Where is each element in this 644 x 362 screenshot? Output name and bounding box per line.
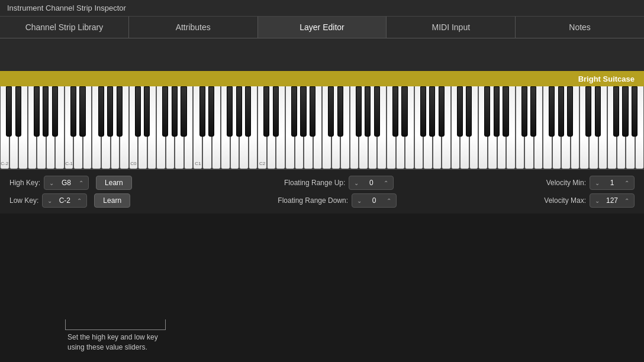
floating-range-up-stepper[interactable]: ⌄ 0 ⌃ bbox=[349, 176, 394, 190]
black-key[interactable] bbox=[172, 86, 178, 137]
title-bar: Instrument Channel Strip Inspector bbox=[0, 0, 644, 17]
black-key[interactable] bbox=[521, 86, 527, 137]
tab-bar: Channel Strip Library Attributes Layer E… bbox=[0, 17, 644, 38]
black-key[interactable] bbox=[503, 86, 508, 137]
black-key[interactable] bbox=[291, 86, 297, 137]
frd-down-arrow[interactable]: ⌄ bbox=[356, 198, 363, 204]
high-key-up-arrow[interactable]: ⌃ bbox=[78, 180, 85, 186]
piano: C-2C-1C0C1C2 bbox=[0, 86, 644, 169]
learn-high-button[interactable]: Learn bbox=[96, 176, 132, 190]
black-key[interactable] bbox=[15, 86, 21, 137]
black-key[interactable] bbox=[392, 86, 398, 137]
tab-attributes[interactable]: Attributes bbox=[129, 17, 258, 38]
fru-up-arrow[interactable]: ⌃ bbox=[382, 180, 389, 186]
learn-low-button[interactable]: Learn bbox=[94, 193, 130, 208]
black-key[interactable] bbox=[595, 86, 601, 137]
floating-range-up-value: 0 bbox=[362, 179, 380, 187]
black-key[interactable] bbox=[613, 86, 619, 137]
low-key-up-arrow[interactable]: ⌃ bbox=[76, 198, 83, 204]
low-key-value: C-2 bbox=[56, 196, 73, 205]
vel-min-down-arrow[interactable]: ⌄ bbox=[594, 180, 601, 186]
black-key[interactable] bbox=[494, 86, 500, 137]
black-key[interactable] bbox=[144, 86, 150, 137]
controls-row-1: High Key: ⌄ G8 ⌃ Learn Floating Range Up… bbox=[9, 176, 635, 190]
black-key[interactable] bbox=[273, 86, 279, 137]
black-key[interactable] bbox=[6, 86, 12, 137]
tooltip-bracket bbox=[65, 319, 166, 330]
low-key-group: Low Key: ⌄ C-2 ⌃ bbox=[9, 193, 87, 208]
black-key[interactable] bbox=[558, 86, 564, 137]
black-key[interactable] bbox=[466, 86, 472, 137]
fru-down-arrow[interactable]: ⌄ bbox=[353, 180, 360, 186]
black-key[interactable] bbox=[43, 86, 49, 137]
high-key-stepper[interactable]: ⌄ G8 ⌃ bbox=[44, 176, 89, 190]
black-key[interactable] bbox=[245, 86, 251, 137]
high-key-group: High Key: ⌄ G8 ⌃ bbox=[9, 176, 89, 190]
black-key[interactable] bbox=[374, 86, 380, 137]
black-key[interactable] bbox=[401, 86, 407, 137]
velocity-min-stepper[interactable]: ⌄ 1 ⌃ bbox=[590, 176, 635, 190]
black-key[interactable] bbox=[429, 86, 435, 137]
tooltip-text: Set the high key and low keyusing these … bbox=[67, 332, 166, 353]
low-key-down-arrow[interactable]: ⌄ bbox=[46, 198, 53, 204]
velocity-min-value: 1 bbox=[603, 179, 621, 187]
white-keys[interactable]: C-2C-1C0C1C2 bbox=[0, 86, 644, 169]
controls-area: High Key: ⌄ G8 ⌃ Learn Floating Range Up… bbox=[0, 169, 644, 214]
floating-range-down-label: Floating Range Down: bbox=[278, 196, 348, 205]
black-key[interactable] bbox=[208, 86, 214, 137]
tab-notes[interactable]: Notes bbox=[516, 17, 644, 38]
black-key[interactable] bbox=[328, 86, 334, 137]
black-key[interactable] bbox=[199, 86, 205, 137]
black-key[interactable] bbox=[79, 86, 85, 137]
black-key[interactable] bbox=[300, 86, 306, 137]
black-key[interactable] bbox=[263, 86, 269, 137]
layer-label-bar: Bright Suitcase bbox=[0, 71, 644, 86]
tab-layer-editor[interactable]: Layer Editor bbox=[258, 17, 387, 38]
floating-range-down-group: Floating Range Down: ⌄ 0 ⌃ bbox=[278, 193, 397, 208]
tab-midi-input[interactable]: MIDI Input bbox=[387, 17, 516, 38]
tooltip-area: Set the high key and low keyusing these … bbox=[59, 319, 166, 353]
low-key-stepper[interactable]: ⌄ C-2 ⌃ bbox=[42, 193, 87, 208]
black-key[interactable] bbox=[337, 86, 343, 137]
black-key[interactable] bbox=[107, 86, 113, 137]
black-key[interactable] bbox=[420, 86, 426, 137]
keyboard-header bbox=[0, 38, 644, 71]
black-key[interactable] bbox=[117, 86, 123, 137]
black-key[interactable] bbox=[585, 86, 591, 137]
black-key[interactable] bbox=[567, 86, 573, 137]
black-key[interactable] bbox=[181, 86, 186, 137]
black-key[interactable] bbox=[70, 86, 76, 137]
black-key[interactable] bbox=[484, 86, 490, 137]
floating-range-down-stepper[interactable]: ⌄ 0 ⌃ bbox=[352, 193, 397, 208]
black-key[interactable] bbox=[162, 86, 168, 137]
black-key[interactable] bbox=[98, 86, 104, 137]
velocity-max-stepper[interactable]: ⌄ 127 ⌃ bbox=[590, 193, 635, 208]
floating-range-down-value: 0 bbox=[365, 196, 383, 205]
high-key-down-arrow[interactable]: ⌄ bbox=[48, 180, 55, 186]
tab-channel-strip-library[interactable]: Channel Strip Library bbox=[0, 17, 129, 38]
vel-max-up-arrow[interactable]: ⌃ bbox=[623, 198, 630, 204]
black-key[interactable] bbox=[52, 86, 58, 137]
high-key-label: High Key: bbox=[9, 179, 40, 187]
layer-name: Bright Suitcase bbox=[578, 75, 635, 83]
vel-min-up-arrow[interactable]: ⌃ bbox=[623, 180, 630, 186]
black-key[interactable] bbox=[549, 86, 555, 137]
black-key[interactable] bbox=[632, 86, 637, 137]
black-key[interactable] bbox=[457, 86, 463, 137]
black-key[interactable] bbox=[622, 86, 628, 137]
vel-max-down-arrow[interactable]: ⌄ bbox=[594, 198, 601, 204]
black-key[interactable] bbox=[356, 86, 362, 137]
velocity-max-group: Velocity Max: ⌄ 127 ⌃ bbox=[544, 193, 635, 208]
black-key[interactable] bbox=[34, 86, 40, 137]
black-key[interactable] bbox=[135, 86, 141, 137]
black-key[interactable] bbox=[439, 86, 445, 137]
black-key[interactable] bbox=[236, 86, 242, 137]
frd-up-arrow[interactable]: ⌃ bbox=[385, 198, 392, 204]
black-key[interactable] bbox=[310, 86, 315, 137]
black-key[interactable] bbox=[530, 86, 536, 137]
high-key-value: G8 bbox=[57, 179, 75, 187]
black-key[interactable] bbox=[365, 86, 371, 137]
piano-keyboard[interactable]: C-2C-1C0C1C2 bbox=[0, 86, 644, 169]
black-key[interactable] bbox=[227, 86, 233, 137]
controls-row-2: Low Key: ⌄ C-2 ⌃ Learn Floating Range Do… bbox=[9, 193, 635, 208]
